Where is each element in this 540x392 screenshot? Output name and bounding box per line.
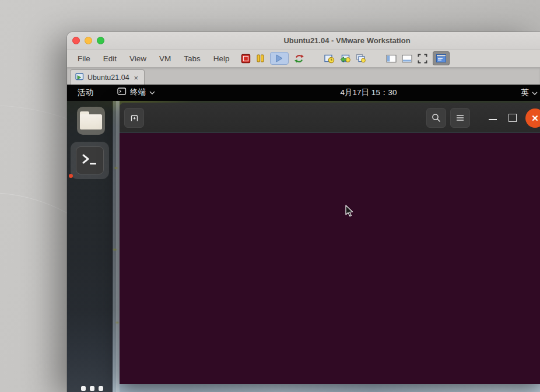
menu-bar: File Edit View VM Tabs Help: [67, 50, 540, 67]
new-tab-button[interactable]: [124, 108, 144, 128]
hamburger-icon: [455, 113, 465, 123]
traffic-lights: [72, 37, 104, 44]
tab-strip: Ubuntu21.04 ×: [67, 67, 540, 85]
desktop: { "host_window": { "title": "Ubuntu21.04…: [0, 0, 540, 392]
close-window-button[interactable]: [72, 37, 80, 44]
grid-dot: [99, 386, 103, 391]
tab-ubuntu2104[interactable]: Ubuntu21.04 ×: [70, 69, 145, 85]
close-icon: ✕: [531, 113, 539, 124]
take-snapshot-icon[interactable]: [324, 54, 335, 64]
app-menu-label: 终端: [130, 87, 146, 97]
reset-icon[interactable]: [294, 54, 304, 64]
app-menu-terminal[interactable]: 终端: [117, 87, 155, 97]
search-icon: [431, 113, 441, 123]
vmware-workstation-window: Ubuntu21.04 - VMware Workstation File Ed…: [67, 32, 540, 392]
window-title: Ubuntu21.04 - VMware Workstation: [283, 36, 410, 45]
unity-console-icon[interactable]: [433, 51, 450, 65]
mouse-cursor: [345, 205, 355, 220]
input-method-indicator[interactable]: 英: [521, 88, 538, 98]
dock-item-terminal[interactable]: [71, 142, 109, 179]
vm-tab-icon: [75, 72, 84, 83]
power-off-icon[interactable]: [241, 54, 251, 64]
terminal-screen[interactable]: [120, 133, 540, 384]
minimize-window-button[interactable]: [85, 37, 92, 44]
grid-dot: [90, 386, 94, 391]
show-library-icon[interactable]: [386, 54, 397, 63]
terminal-mini-icon: [117, 87, 127, 97]
clock-button[interactable]: 4月17日 15：30: [341, 88, 397, 98]
guest-screen: 活动 终端 4月17日 15：30 英: [67, 85, 540, 392]
terminal-header-bar[interactable]: ✕: [120, 103, 540, 132]
running-indicator: [69, 174, 73, 178]
terminal-app-icon: [76, 146, 104, 174]
menu-vm[interactable]: VM: [153, 52, 177, 65]
show-thumbnail-bar-icon[interactable]: [402, 54, 412, 63]
gnome-dock: [67, 101, 113, 392]
title-bar: Ubuntu21.04 - VMware Workstation: [67, 32, 540, 50]
menu-edit[interactable]: Edit: [97, 52, 123, 65]
hamburger-menu-button[interactable]: [450, 108, 470, 128]
input-method-label: 英: [521, 88, 529, 98]
show-applications-button[interactable]: [81, 386, 103, 391]
grid-dot: [81, 386, 86, 391]
menu-view[interactable]: View: [123, 52, 153, 65]
menu-file[interactable]: File: [71, 52, 97, 65]
zoom-window-button[interactable]: [97, 37, 104, 44]
dock-item-files[interactable]: [77, 107, 105, 135]
activities-button[interactable]: 活动: [78, 88, 93, 98]
menu-help[interactable]: Help: [207, 52, 236, 65]
pause-icon[interactable]: [256, 54, 265, 63]
chevron-down-icon: [149, 88, 155, 97]
snapshot-manager-icon[interactable]: [356, 54, 366, 64]
chevron-down-icon: [532, 89, 538, 97]
revert-snapshot-icon[interactable]: [340, 54, 350, 64]
terminal-window: ✕: [120, 103, 540, 384]
tab-label: Ubuntu21.04: [87, 74, 129, 82]
maximize-button[interactable]: [509, 114, 517, 122]
minimize-button[interactable]: [489, 119, 497, 120]
menu-tabs[interactable]: Tabs: [177, 52, 207, 65]
search-button[interactable]: [426, 108, 446, 128]
play-icon[interactable]: [270, 52, 289, 65]
fullscreen-icon[interactable]: [418, 54, 427, 64]
vm-toolbar: [241, 51, 450, 65]
tab-close-icon[interactable]: ×: [133, 74, 140, 82]
gnome-top-bar: 活动 终端 4月17日 15：30 英: [67, 85, 540, 101]
close-button[interactable]: ✕: [525, 108, 540, 128]
